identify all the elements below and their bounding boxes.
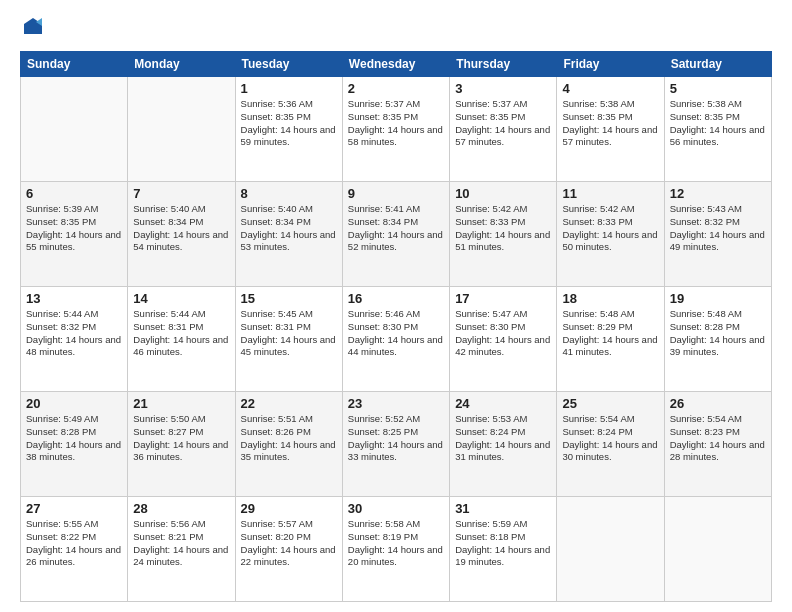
calendar-week-row: 27Sunrise: 5:55 AM Sunset: 8:22 PM Dayli… bbox=[21, 497, 772, 602]
day-number: 23 bbox=[348, 396, 444, 411]
day-info: Sunrise: 5:56 AM Sunset: 8:21 PM Dayligh… bbox=[133, 518, 229, 569]
calendar-cell: 17Sunrise: 5:47 AM Sunset: 8:30 PM Dayli… bbox=[450, 287, 557, 392]
day-number: 9 bbox=[348, 186, 444, 201]
day-number: 30 bbox=[348, 501, 444, 516]
day-number: 1 bbox=[241, 81, 337, 96]
calendar-week-row: 13Sunrise: 5:44 AM Sunset: 8:32 PM Dayli… bbox=[21, 287, 772, 392]
day-header-friday: Friday bbox=[557, 52, 664, 77]
calendar-cell: 31Sunrise: 5:59 AM Sunset: 8:18 PM Dayli… bbox=[450, 497, 557, 602]
day-info: Sunrise: 5:37 AM Sunset: 8:35 PM Dayligh… bbox=[348, 98, 444, 149]
day-number: 31 bbox=[455, 501, 551, 516]
calendar-table: SundayMondayTuesdayWednesdayThursdayFrid… bbox=[20, 51, 772, 602]
day-number: 20 bbox=[26, 396, 122, 411]
day-info: Sunrise: 5:51 AM Sunset: 8:26 PM Dayligh… bbox=[241, 413, 337, 464]
day-number: 7 bbox=[133, 186, 229, 201]
day-info: Sunrise: 5:39 AM Sunset: 8:35 PM Dayligh… bbox=[26, 203, 122, 254]
calendar-cell: 16Sunrise: 5:46 AM Sunset: 8:30 PM Dayli… bbox=[342, 287, 449, 392]
calendar-cell: 9Sunrise: 5:41 AM Sunset: 8:34 PM Daylig… bbox=[342, 182, 449, 287]
calendar-cell: 10Sunrise: 5:42 AM Sunset: 8:33 PM Dayli… bbox=[450, 182, 557, 287]
day-info: Sunrise: 5:45 AM Sunset: 8:31 PM Dayligh… bbox=[241, 308, 337, 359]
day-header-wednesday: Wednesday bbox=[342, 52, 449, 77]
day-info: Sunrise: 5:38 AM Sunset: 8:35 PM Dayligh… bbox=[562, 98, 658, 149]
logo bbox=[20, 16, 44, 43]
day-number: 10 bbox=[455, 186, 551, 201]
day-number: 4 bbox=[562, 81, 658, 96]
day-info: Sunrise: 5:38 AM Sunset: 8:35 PM Dayligh… bbox=[670, 98, 766, 149]
day-info: Sunrise: 5:36 AM Sunset: 8:35 PM Dayligh… bbox=[241, 98, 337, 149]
calendar-cell: 19Sunrise: 5:48 AM Sunset: 8:28 PM Dayli… bbox=[664, 287, 771, 392]
calendar-cell: 12Sunrise: 5:43 AM Sunset: 8:32 PM Dayli… bbox=[664, 182, 771, 287]
calendar-cell: 18Sunrise: 5:48 AM Sunset: 8:29 PM Dayli… bbox=[557, 287, 664, 392]
day-info: Sunrise: 5:47 AM Sunset: 8:30 PM Dayligh… bbox=[455, 308, 551, 359]
calendar-cell: 24Sunrise: 5:53 AM Sunset: 8:24 PM Dayli… bbox=[450, 392, 557, 497]
day-info: Sunrise: 5:42 AM Sunset: 8:33 PM Dayligh… bbox=[455, 203, 551, 254]
day-number: 29 bbox=[241, 501, 337, 516]
day-number: 5 bbox=[670, 81, 766, 96]
calendar-cell: 14Sunrise: 5:44 AM Sunset: 8:31 PM Dayli… bbox=[128, 287, 235, 392]
calendar-cell: 2Sunrise: 5:37 AM Sunset: 8:35 PM Daylig… bbox=[342, 77, 449, 182]
calendar-cell bbox=[557, 497, 664, 602]
day-number: 8 bbox=[241, 186, 337, 201]
calendar-week-row: 6Sunrise: 5:39 AM Sunset: 8:35 PM Daylig… bbox=[21, 182, 772, 287]
day-number: 26 bbox=[670, 396, 766, 411]
day-number: 3 bbox=[455, 81, 551, 96]
day-info: Sunrise: 5:43 AM Sunset: 8:32 PM Dayligh… bbox=[670, 203, 766, 254]
calendar-cell: 13Sunrise: 5:44 AM Sunset: 8:32 PM Dayli… bbox=[21, 287, 128, 392]
day-info: Sunrise: 5:42 AM Sunset: 8:33 PM Dayligh… bbox=[562, 203, 658, 254]
day-info: Sunrise: 5:58 AM Sunset: 8:19 PM Dayligh… bbox=[348, 518, 444, 569]
day-header-sunday: Sunday bbox=[21, 52, 128, 77]
calendar-cell: 30Sunrise: 5:58 AM Sunset: 8:19 PM Dayli… bbox=[342, 497, 449, 602]
day-number: 22 bbox=[241, 396, 337, 411]
day-header-tuesday: Tuesday bbox=[235, 52, 342, 77]
day-info: Sunrise: 5:55 AM Sunset: 8:22 PM Dayligh… bbox=[26, 518, 122, 569]
calendar-week-row: 1Sunrise: 5:36 AM Sunset: 8:35 PM Daylig… bbox=[21, 77, 772, 182]
day-header-monday: Monday bbox=[128, 52, 235, 77]
calendar-cell: 6Sunrise: 5:39 AM Sunset: 8:35 PM Daylig… bbox=[21, 182, 128, 287]
day-info: Sunrise: 5:53 AM Sunset: 8:24 PM Dayligh… bbox=[455, 413, 551, 464]
day-info: Sunrise: 5:50 AM Sunset: 8:27 PM Dayligh… bbox=[133, 413, 229, 464]
calendar-cell: 15Sunrise: 5:45 AM Sunset: 8:31 PM Dayli… bbox=[235, 287, 342, 392]
calendar-cell: 4Sunrise: 5:38 AM Sunset: 8:35 PM Daylig… bbox=[557, 77, 664, 182]
day-info: Sunrise: 5:48 AM Sunset: 8:29 PM Dayligh… bbox=[562, 308, 658, 359]
day-info: Sunrise: 5:46 AM Sunset: 8:30 PM Dayligh… bbox=[348, 308, 444, 359]
day-number: 21 bbox=[133, 396, 229, 411]
day-number: 19 bbox=[670, 291, 766, 306]
calendar-cell: 22Sunrise: 5:51 AM Sunset: 8:26 PM Dayli… bbox=[235, 392, 342, 497]
day-number: 13 bbox=[26, 291, 122, 306]
calendar-cell: 26Sunrise: 5:54 AM Sunset: 8:23 PM Dayli… bbox=[664, 392, 771, 497]
calendar-cell: 8Sunrise: 5:40 AM Sunset: 8:34 PM Daylig… bbox=[235, 182, 342, 287]
calendar-cell: 21Sunrise: 5:50 AM Sunset: 8:27 PM Dayli… bbox=[128, 392, 235, 497]
calendar-cell: 1Sunrise: 5:36 AM Sunset: 8:35 PM Daylig… bbox=[235, 77, 342, 182]
day-info: Sunrise: 5:40 AM Sunset: 8:34 PM Dayligh… bbox=[133, 203, 229, 254]
day-number: 24 bbox=[455, 396, 551, 411]
calendar-cell: 11Sunrise: 5:42 AM Sunset: 8:33 PM Dayli… bbox=[557, 182, 664, 287]
page: SundayMondayTuesdayWednesdayThursdayFrid… bbox=[0, 0, 792, 612]
day-number: 15 bbox=[241, 291, 337, 306]
day-info: Sunrise: 5:59 AM Sunset: 8:18 PM Dayligh… bbox=[455, 518, 551, 569]
day-number: 25 bbox=[562, 396, 658, 411]
day-number: 14 bbox=[133, 291, 229, 306]
calendar-week-row: 20Sunrise: 5:49 AM Sunset: 8:28 PM Dayli… bbox=[21, 392, 772, 497]
day-header-thursday: Thursday bbox=[450, 52, 557, 77]
day-number: 2 bbox=[348, 81, 444, 96]
day-number: 16 bbox=[348, 291, 444, 306]
logo-text bbox=[20, 16, 44, 43]
calendar-cell: 5Sunrise: 5:38 AM Sunset: 8:35 PM Daylig… bbox=[664, 77, 771, 182]
day-info: Sunrise: 5:41 AM Sunset: 8:34 PM Dayligh… bbox=[348, 203, 444, 254]
day-info: Sunrise: 5:52 AM Sunset: 8:25 PM Dayligh… bbox=[348, 413, 444, 464]
calendar-cell bbox=[664, 497, 771, 602]
calendar-cell: 25Sunrise: 5:54 AM Sunset: 8:24 PM Dayli… bbox=[557, 392, 664, 497]
day-number: 11 bbox=[562, 186, 658, 201]
day-number: 28 bbox=[133, 501, 229, 516]
calendar-header-row: SundayMondayTuesdayWednesdayThursdayFrid… bbox=[21, 52, 772, 77]
calendar-cell bbox=[128, 77, 235, 182]
logo-icon bbox=[22, 16, 44, 38]
day-number: 17 bbox=[455, 291, 551, 306]
day-info: Sunrise: 5:44 AM Sunset: 8:32 PM Dayligh… bbox=[26, 308, 122, 359]
header bbox=[20, 16, 772, 43]
day-info: Sunrise: 5:37 AM Sunset: 8:35 PM Dayligh… bbox=[455, 98, 551, 149]
day-number: 18 bbox=[562, 291, 658, 306]
calendar-cell bbox=[21, 77, 128, 182]
day-info: Sunrise: 5:40 AM Sunset: 8:34 PM Dayligh… bbox=[241, 203, 337, 254]
calendar-cell: 7Sunrise: 5:40 AM Sunset: 8:34 PM Daylig… bbox=[128, 182, 235, 287]
